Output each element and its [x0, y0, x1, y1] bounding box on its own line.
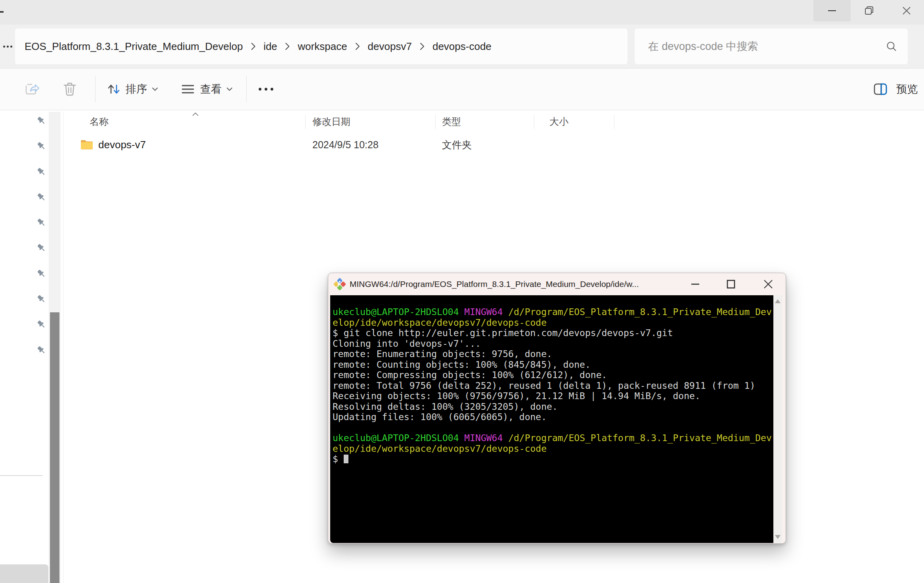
sort-ascending-indicator — [191, 112, 199, 117]
terminal-line: remote: Compressing objects: 100% (612/6… — [333, 370, 773, 380]
breadcrumb-item[interactable]: ide — [264, 40, 277, 53]
search-box[interactable]: 在 devops-code 中搜索 — [635, 29, 908, 64]
close-button[interactable] — [888, 0, 924, 21]
share-button[interactable] — [22, 80, 40, 98]
pane-divider — [63, 112, 63, 583]
trash-icon — [61, 80, 78, 98]
terminal-line: $ — [333, 454, 773, 464]
terminal-screen[interactable]: ukeclub@LAPTOP-2HDSLO04 MINGW64 /d/Progr… — [330, 295, 773, 543]
delete-button[interactable] — [61, 80, 78, 98]
minimize-icon — [827, 6, 837, 15]
maximize-icon — [727, 280, 735, 289]
sort-arrows-icon — [107, 82, 121, 96]
scroll-up-icon[interactable] — [775, 299, 781, 303]
chevron-right-icon — [355, 42, 360, 51]
pushpin-icon[interactable] — [36, 192, 47, 218]
breadcrumb-item[interactable]: devopsv7 — [368, 40, 412, 53]
toolbar-divider — [95, 76, 96, 102]
bottom-corner-panel — [0, 564, 48, 583]
search-icon[interactable] — [886, 40, 897, 52]
terminal-scrollbar[interactable] — [773, 295, 782, 543]
preview-pane-icon — [873, 83, 889, 96]
chevron-down-icon — [226, 87, 233, 92]
sort-label: 排序 — [126, 82, 147, 96]
column-header-name[interactable]: 名称 — [90, 111, 109, 132]
close-icon — [763, 279, 773, 289]
file-row[interactable]: devops-v7 — [80, 133, 146, 156]
explorer-titlebar — [0, 0, 924, 25]
breadcrumb-item[interactable]: EOS_Platform_8.3.1_Private_Medium_Develo… — [25, 40, 243, 53]
file-date: 2024/9/5 10:28 — [312, 133, 379, 156]
chevron-right-icon — [251, 42, 256, 51]
terminal-maximize-button[interactable] — [720, 273, 742, 295]
terminal-line — [333, 422, 773, 433]
more-horizontal-icon — [257, 86, 275, 92]
pushpin-icon[interactable] — [36, 218, 47, 243]
terminal-line: ukeclub@LAPTOP-2HDSLO04 MINGW64 /d/Progr… — [333, 433, 773, 443]
pushpin-icon[interactable] — [36, 243, 47, 268]
terminal-line: remote: Total 9756 (delta 252), reused 1… — [333, 380, 773, 391]
nav-scrollbar-thumb[interactable] — [50, 312, 59, 583]
sidebar-pinned-items — [36, 116, 47, 371]
window-title-dash — [0, 11, 4, 13]
view-label: 查看 — [200, 82, 222, 96]
chevron-down-icon — [152, 87, 158, 92]
sidebar-divider — [0, 475, 43, 476]
share-icon — [22, 80, 40, 98]
search-placeholder: 在 devops-code 中搜索 — [648, 39, 886, 54]
column-divider[interactable] — [435, 115, 436, 129]
git-mingw64-icon — [333, 277, 346, 291]
list-lines-icon — [180, 82, 195, 97]
column-divider[interactable] — [614, 115, 614, 129]
pushpin-icon[interactable] — [36, 269, 47, 294]
terminal-cursor — [344, 455, 348, 463]
preview-button[interactable]: 预览 — [873, 69, 918, 110]
terminal-line: remote: Counting objects: 100% (845/845)… — [333, 359, 773, 370]
pushpin-icon[interactable] — [36, 167, 47, 192]
pushpin-icon[interactable] — [36, 345, 47, 371]
terminal-line: elop/ide/workspace/devopsv7/devops-code — [333, 443, 773, 454]
breadcrumb-item[interactable]: devops-code — [432, 40, 492, 53]
close-icon — [902, 6, 911, 15]
terminal-titlebar[interactable]: MINGW64:/d/Program/EOS_Platform_8.3.1_Pr… — [328, 273, 786, 295]
scroll-down-icon[interactable] — [775, 535, 781, 539]
command-bar: 排序 查看 预览 — [0, 68, 924, 110]
restore-button[interactable] — [851, 0, 888, 21]
terminal-line: Cloning into 'devops-v7'... — [333, 338, 773, 349]
terminal-line: $ git clone http://euler.git.primeton.co… — [333, 328, 773, 338]
folder-icon — [80, 139, 94, 150]
terminal-body: ukeclub@LAPTOP-2HDSLO04 MINGW64 /d/Progr… — [330, 295, 782, 543]
terminal-close-button[interactable] — [757, 273, 779, 295]
view-button[interactable]: 查看 — [180, 82, 233, 97]
column-divider[interactable] — [534, 115, 534, 129]
pushpin-icon[interactable] — [36, 294, 47, 319]
sort-button[interactable]: 排序 — [107, 82, 158, 96]
terminal-title: MINGW64:/d/Program/EOS_Platform_8.3.1_Pr… — [350, 279, 639, 289]
terminal-line: Resolving deltas: 100% (3205/3205), done… — [333, 401, 773, 412]
column-divider[interactable] — [305, 115, 306, 129]
pushpin-icon[interactable] — [36, 319, 47, 345]
terminal-line: elop/ide/workspace/devopsv7/devops-code — [333, 317, 773, 328]
file-type: 文件夹 — [442, 133, 472, 156]
terminal-minimize-button[interactable] — [684, 273, 706, 295]
column-header-date[interactable]: 修改日期 — [312, 111, 350, 132]
mintty-terminal-window[interactable]: MINGW64:/d/Program/EOS_Platform_8.3.1_Pr… — [328, 273, 786, 544]
pushpin-icon[interactable] — [36, 116, 47, 141]
restore-icon — [864, 6, 874, 16]
preview-label: 预览 — [896, 82, 918, 96]
terminal-line: Receiving objects: 100% (9756/9756), 21.… — [333, 391, 773, 401]
chevron-right-icon — [419, 42, 425, 51]
minimize-button[interactable] — [813, 0, 851, 21]
address-bar: EOS_Platform_8.3.1_Private_Medium_Develo… — [0, 25, 924, 68]
toolbar-divider — [246, 76, 247, 102]
more-horizontal-icon — [3, 46, 5, 48]
breadcrumb-overflow-button[interactable] — [1, 25, 14, 68]
breadcrumb: EOS_Platform_8.3.1_Private_Medium_Develo… — [15, 29, 627, 64]
terminal-line: remote: Enumerating objects: 9756, done. — [333, 349, 773, 359]
column-header-type[interactable]: 类型 — [442, 111, 461, 132]
breadcrumb-item[interactable]: workspace — [298, 40, 347, 53]
chevron-right-icon — [285, 42, 290, 51]
column-header-size[interactable]: 大小 — [549, 111, 568, 132]
pushpin-icon[interactable] — [36, 141, 47, 166]
more-options-button[interactable] — [257, 86, 275, 92]
